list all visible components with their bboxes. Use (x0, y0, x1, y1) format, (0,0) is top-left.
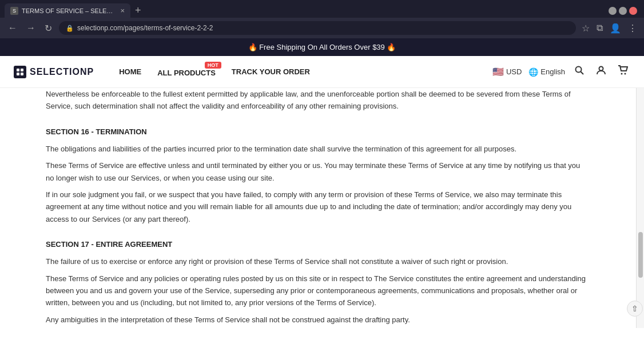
new-tab-button[interactable]: + (130, 3, 146, 18)
restore-button[interactable]: □ (619, 7, 627, 15)
svg-rect-1 (21, 69, 23, 71)
lock-icon: 🔒 (66, 25, 74, 32)
star-icon[interactable]: ☆ (581, 22, 591, 35)
active-browser-tab[interactable]: S TERMS OF SERVICE – SELECTIO... × (5, 3, 130, 18)
account-button[interactable] (594, 63, 609, 81)
menu-icon[interactable]: ⋮ (627, 22, 638, 35)
section17-p1: The failure of us to exercise or enforce… (46, 255, 590, 267)
hot-badge: HOT (205, 62, 221, 69)
globe-icon: 🌐 (528, 67, 538, 77)
language-button[interactable]: 🌐 English (528, 67, 565, 77)
scrollbar[interactable]: ⇧ (636, 88, 644, 328)
flag-icon: 🇺🇸 (492, 66, 504, 77)
svg-rect-0 (17, 69, 19, 71)
nav-links: HOME ALL PRODUCTS HOT TRACK YOUR ORDER (112, 63, 492, 81)
section16-p2: These Terms of Service are effective unl… (46, 159, 590, 184)
currency-label: USD (506, 67, 522, 76)
announcement-text: 🔥 Free Shipping On All Orders Over $39 🔥 (248, 43, 396, 51)
logo-text: SELECTIONP (30, 67, 94, 77)
url-text: selectionp.com/pages/terms-of-service-2-… (77, 24, 213, 32)
scroll-to-top-button[interactable]: ⇧ (627, 301, 643, 317)
logo[interactable]: SELECTIONP (14, 66, 94, 78)
section16-p3: If in our sole judgment you fail, or we … (46, 189, 590, 225)
partial-top-text: Nevertheless be enforceable to the fulle… (46, 88, 590, 113)
browser-chrome: S TERMS OF SERVICE – SELECTIO... × + ─ □… (0, 0, 644, 38)
cart-button[interactable] (615, 63, 630, 81)
tab-close-button[interactable]: × (120, 6, 125, 15)
svg-rect-3 (21, 73, 23, 75)
announcement-bar: 🔥 Free Shipping On All Orders Over $39 🔥 (0, 38, 644, 56)
nav-bar: SELECTIONP HOME ALL PRODUCTS HOT TRACK Y… (0, 56, 644, 88)
section17-p3: Any ambiguities in the interpretation of… (46, 314, 590, 326)
svg-rect-2 (17, 73, 19, 75)
browser-toolbar: ← → ↻ 🔒 selectionp.com/pages/terms-of-se… (0, 18, 644, 38)
forward-button[interactable]: → (24, 22, 38, 34)
tab-title: TERMS OF SERVICE – SELECTIO... (22, 7, 117, 14)
svg-point-7 (621, 73, 623, 75)
language-label: English (540, 67, 565, 76)
currency-button[interactable]: 🇺🇸 USD (492, 66, 522, 77)
section16-intro: The obligations and liabilities of the p… (46, 143, 590, 155)
back-button[interactable]: ← (6, 22, 19, 34)
section17-title: SECTION 17 - ENTIRE AGREEMENT (46, 239, 590, 251)
logo-icon (14, 66, 26, 78)
content-area[interactable]: Nevertheless be enforceable to the fulle… (0, 88, 636, 328)
search-button[interactable] (572, 63, 587, 81)
browser-tab-bar: S TERMS OF SERVICE – SELECTIO... × + ─ □… (0, 0, 644, 18)
close-button[interactable]: × (629, 7, 637, 15)
svg-point-8 (625, 73, 626, 75)
reload-button[interactable]: ↻ (42, 22, 54, 35)
tab-favicon: S (10, 7, 18, 15)
section17-p2: These Terms of Service and any policies … (46, 273, 590, 309)
svg-point-4 (576, 67, 582, 73)
scrollbar-thumb[interactable] (638, 232, 643, 278)
svg-line-5 (581, 72, 584, 75)
nav-home[interactable]: HOME (112, 64, 148, 79)
svg-point-6 (599, 67, 603, 71)
extensions-icon[interactable]: ⧉ (595, 22, 604, 35)
address-bar[interactable]: 🔒 selectionp.com/pages/terms-of-service-… (59, 21, 576, 35)
section16-title: SECTION 16 - TERMINATION (46, 126, 590, 138)
nav-all-products[interactable]: ALL PRODUCTS HOT (150, 63, 222, 81)
minimize-button[interactable]: ─ (609, 7, 617, 15)
profile-icon[interactable]: 👤 (609, 22, 622, 35)
window-controls: ─ □ × (609, 7, 639, 15)
main-content: Nevertheless be enforceable to the fulle… (0, 88, 644, 328)
nav-track-order[interactable]: TRACK YOUR ORDER (225, 64, 317, 79)
toolbar-icons: ☆ ⧉ 👤 ⋮ (581, 22, 638, 35)
nav-right: 🇺🇸 USD 🌐 English (492, 63, 630, 81)
